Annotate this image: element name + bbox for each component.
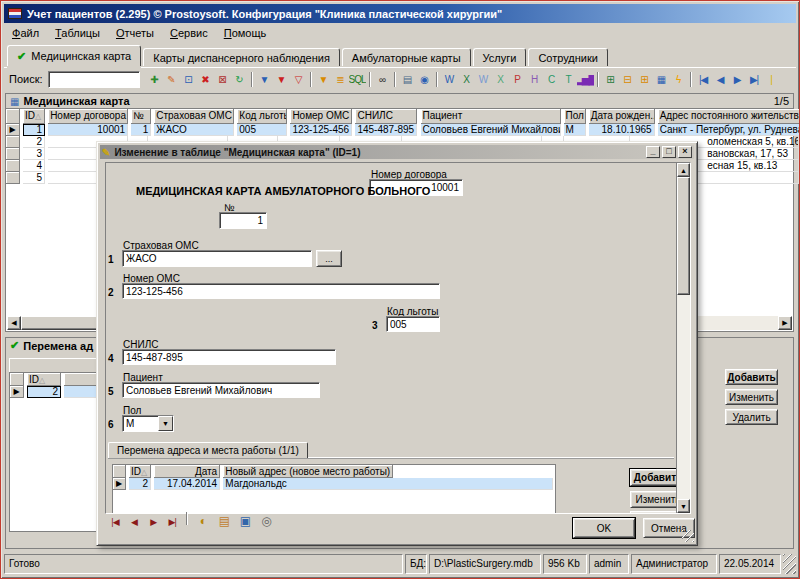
- scroll-down-icon[interactable]: ▼: [677, 499, 690, 513]
- subtable-tab[interactable]: Перемена адреса и места работы (1/1): [108, 442, 308, 458]
- oms-number-field[interactable]: [122, 283, 440, 299]
- menu-file[interactable]: Файл: [4, 24, 47, 42]
- copy-record-icon[interactable]: ⊡: [180, 71, 197, 88]
- tab-medical-card[interactable]: ✔ Медицинская карта: [7, 45, 141, 66]
- scroll-left-icon[interactable]: ◀: [7, 316, 21, 330]
- tab-dispensary-cards[interactable]: Карты диспансерного наблюдения: [143, 48, 340, 66]
- vertical-scrollbar[interactable]: ▲ ▼: [676, 163, 690, 513]
- db-path: D:\PlasticSurgery.mdb: [429, 554, 541, 574]
- export-html-icon[interactable]: H: [526, 71, 543, 88]
- snils-field[interactable]: [122, 349, 336, 365]
- cell-address: Санкт - Петербург, ул. Руднева, д. 15, к…: [658, 124, 800, 136]
- quick-filter-icon[interactable]: ϟ: [670, 71, 687, 88]
- image-folder-icon[interactable]: ▤: [215, 513, 233, 529]
- record-prev-icon[interactable]: ◀: [126, 515, 142, 529]
- browse-button[interactable]: ...: [316, 250, 342, 267]
- resize-grip[interactable]: [783, 554, 796, 574]
- webcam-icon[interactable]: ◎: [258, 513, 276, 529]
- minimize-icon[interactable]: _: [646, 146, 660, 158]
- add-button[interactable]: Добавить: [725, 369, 778, 385]
- column-header-oms[interactable]: Номер ОМС: [290, 109, 352, 124]
- nav-last-icon[interactable]: ▶|: [746, 71, 763, 88]
- menu-service[interactable]: Сервис: [162, 24, 216, 42]
- close-icon[interactable]: ×: [678, 146, 692, 158]
- num-field[interactable]: [219, 212, 267, 229]
- export-csv-icon[interactable]: C: [543, 71, 560, 88]
- set-filter-icon[interactable]: ▼: [256, 71, 273, 88]
- refresh-icon[interactable]: ↻: [231, 71, 248, 88]
- tab-employees[interactable]: Сотрудники: [528, 48, 608, 66]
- record-first-icon[interactable]: |◀: [107, 515, 123, 529]
- column-header-id[interactable]: ID△: [129, 465, 151, 478]
- lgota-field[interactable]: [386, 316, 440, 332]
- chart-icon[interactable]: ▂▅▇: [577, 71, 594, 88]
- print-icon[interactable]: ▤: [399, 71, 416, 88]
- group-add-icon[interactable]: ⊞: [602, 71, 619, 88]
- nav-next-icon[interactable]: ▶: [729, 71, 746, 88]
- clear-filter-icon[interactable]: ▽: [290, 71, 307, 88]
- clipped-icon[interactable]: |: [763, 71, 780, 88]
- table-colors-icon[interactable]: ▦: [653, 71, 670, 88]
- column-header-insurance[interactable]: Страховая ОМС: [154, 109, 234, 124]
- scroll-up-icon[interactable]: ▲: [677, 163, 690, 177]
- preview-icon[interactable]: ◉: [416, 71, 433, 88]
- column-header-num[interactable]: №: [131, 109, 151, 124]
- edit-button[interactable]: Изменить: [725, 389, 778, 405]
- scroll-right-icon[interactable]: ▶: [778, 316, 792, 330]
- column-header-address[interactable]: Адрес постоянного жительства: [658, 109, 800, 124]
- column-header-patient[interactable]: Пациент: [421, 109, 561, 124]
- delete-button[interactable]: Удалить: [725, 409, 778, 425]
- delete-all-records-icon[interactable]: ⊠: [214, 71, 231, 88]
- export-word-template-icon[interactable]: W: [475, 71, 492, 88]
- resize-grip[interactable]: [682, 530, 694, 542]
- table-row[interactable]: ▶ 2 17.04.2014 Магдональдс: [113, 478, 555, 490]
- column-label: ID: [25, 110, 35, 121]
- group-alert-icon[interactable]: ⊟: [619, 71, 636, 88]
- nav-first-icon[interactable]: |◀: [695, 71, 712, 88]
- menu-help[interactable]: Помощь: [216, 24, 275, 42]
- table-row[interactable]: ▶ 1 10001 1 ЖАСО 005 123-125-456 145-487…: [6, 124, 793, 136]
- dialog-title-bar[interactable]: ✎ Изменение в таблице "Медицинская карта…: [100, 145, 694, 159]
- patient-field[interactable]: [122, 382, 320, 398]
- export-word-icon[interactable]: W: [441, 71, 458, 88]
- add-record-icon[interactable]: ✚: [146, 71, 163, 88]
- column-header-date[interactable]: Дата: [154, 465, 220, 478]
- tab-services[interactable]: Услуги: [473, 48, 527, 66]
- menu-reports[interactable]: Отчеты: [108, 24, 162, 42]
- cell-snils: 145-487-895: [355, 124, 417, 136]
- menu-tables[interactable]: Таблицы: [47, 24, 108, 42]
- edit-record-icon[interactable]: ✎: [163, 71, 180, 88]
- maximize-icon[interactable]: □: [662, 146, 676, 158]
- column-header-id[interactable]: ID△: [23, 109, 45, 124]
- export-pdf-icon[interactable]: P: [509, 71, 526, 88]
- tree-filter-icon[interactable]: ≣: [332, 71, 349, 88]
- search-input[interactable]: [48, 71, 140, 88]
- ok-button[interactable]: OK: [573, 518, 635, 538]
- image-view-icon[interactable]: ▣: [236, 513, 254, 529]
- column-header-dogovor[interactable]: Номер договора: [48, 109, 128, 124]
- column-header-dob[interactable]: Дата рожден...: [589, 109, 655, 124]
- column-header-id[interactable]: ID△: [27, 373, 61, 386]
- find-icon[interactable]: ∞: [374, 71, 391, 88]
- tab-ambulatory-cards[interactable]: Амбулаторные карты: [342, 48, 471, 66]
- delete-record-icon[interactable]: ✖: [197, 71, 214, 88]
- export-excel-icon[interactable]: X: [458, 71, 475, 88]
- column-header-sex[interactable]: Пол: [564, 109, 586, 124]
- insurance-field[interactable]: [122, 250, 312, 267]
- sql-filter-icon[interactable]: SQL: [349, 71, 366, 88]
- scrollbar-thumb[interactable]: [677, 177, 690, 295]
- export-txt-icon[interactable]: T: [560, 71, 577, 88]
- nav-prev-icon[interactable]: ◀: [712, 71, 729, 88]
- filter-by-selection-icon[interactable]: ▼: [315, 71, 332, 88]
- column-header-new-address[interactable]: Новый адрес (новое место работы): [223, 465, 393, 478]
- record-last-icon[interactable]: ▶|: [164, 515, 180, 529]
- export-excel-template-icon[interactable]: X: [492, 71, 509, 88]
- chevron-down-icon[interactable]: ▼: [158, 416, 173, 431]
- column-header-snils[interactable]: СНИЛС: [355, 109, 417, 124]
- sex-select[interactable]: М ▼: [122, 415, 174, 432]
- column-header-lgota[interactable]: Код льготы: [237, 109, 287, 124]
- map-icon[interactable]: ◐: [194, 513, 212, 529]
- table-setup-icon[interactable]: ⊞: [636, 71, 653, 88]
- delete-filter-icon[interactable]: ▼: [273, 71, 290, 88]
- record-next-icon[interactable]: ▶: [145, 515, 161, 529]
